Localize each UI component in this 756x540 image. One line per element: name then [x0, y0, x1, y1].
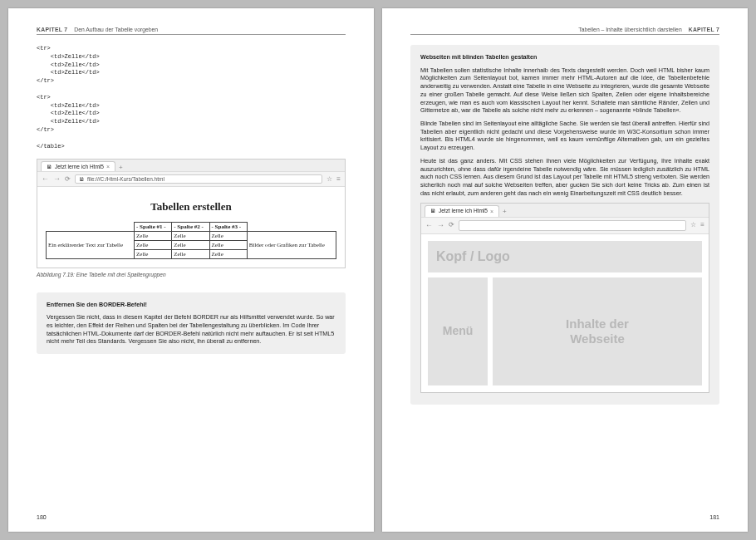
chapter-label: Kapitel 7: [37, 27, 67, 32]
table-cell: Zelle: [172, 232, 209, 241]
tab-label: Jetzt lerne ich Html5: [439, 208, 488, 215]
document-icon: 🗎: [47, 164, 52, 169]
figure-caption: Abbildung 7.19: Eine Tabelle mit drei Sp…: [37, 272, 346, 277]
browser-tabstrip: 🗎 Jetzt lerne ich Html5 × +: [37, 160, 345, 171]
browser-mock-1: 🗎 Jetzt lerne ich Html5 × + ← → ⟳ 🗎 file…: [37, 159, 346, 268]
table-header: - Spalte #3 -: [209, 223, 247, 232]
address-bar[interactable]: 🗎 file:///C:/Html-Kurs/Tabellen.html: [75, 174, 322, 184]
article-paragraph: Heute ist das ganz anders. Mit CSS stehe…: [420, 157, 709, 198]
page-left: Kapitel 7 Den Aufbau der Tabelle vorgebe…: [8, 8, 374, 532]
table-cell: Zelle: [172, 241, 209, 250]
address-bar[interactable]: [459, 220, 686, 231]
article-paragraph: Mit Tabellen sollen statistische Inhalte…: [420, 66, 709, 115]
forward-button[interactable]: →: [437, 222, 444, 229]
page-right: Tabellen – Inhalte übersichtlich darstel…: [382, 8, 748, 532]
table-cell: Zelle: [172, 250, 209, 259]
wireframe-header: Kopf / Logo: [428, 241, 702, 272]
wireframe-content-line: Inhalte der: [566, 317, 629, 331]
code-listing: <tr> <td>Zelle</td> <td>Zelle</td> <td>Z…: [37, 45, 346, 150]
table-cell: Zelle: [209, 241, 247, 250]
page-number: 181: [709, 514, 719, 520]
new-tab-button[interactable]: +: [499, 208, 510, 217]
wireframe-menu: Menü: [428, 277, 488, 385]
article-paragraph: Blinde Tabellen sind im Seitenlayout ein…: [420, 120, 709, 152]
table-cell: Zelle: [209, 232, 247, 241]
menu-icon[interactable]: ≡: [336, 175, 341, 183]
chapter-subtitle: Tabellen – Inhalte übersichtlich darstel…: [578, 27, 681, 32]
back-button[interactable]: ←: [42, 175, 49, 183]
browser-viewport: Tabellen erstellen - Spalte #1 - - Spalt…: [37, 187, 345, 268]
url-text: file:///C:/Html-Kurs/Tabellen.html: [87, 176, 164, 182]
document-icon: 🗎: [79, 176, 85, 182]
table-header: - Spalte #2 -: [172, 223, 209, 232]
book-spread: Kapitel 7 Den Aufbau der Tabelle vorgebe…: [0, 0, 756, 540]
page-heading: Tabellen erstellen: [46, 200, 336, 214]
tip-body: Vergessen Sie nicht, dass in diesem Kapi…: [47, 313, 336, 346]
sample-table: - Spalte #1 - - Spalte #2 - - Spalte #3 …: [46, 222, 336, 259]
chapter-subtitle: Den Aufbau der Tabelle vorgeben: [74, 27, 158, 32]
new-tab-button[interactable]: +: [115, 164, 126, 171]
wireframe-viewport: Kopf / Logo Menü Inhalte der Webseite: [421, 234, 709, 392]
close-icon[interactable]: ×: [490, 208, 493, 215]
browser-toolbar: ← → ⟳ 🗎 file:///C:/Html-Kurs/Tabellen.ht…: [37, 171, 345, 187]
table-cell: [47, 223, 135, 232]
tip-title: Entfernen Sie den BORDER-Befehl!: [47, 301, 336, 309]
table-cell: [247, 223, 336, 232]
running-head-left: Kapitel 7 Den Aufbau der Tabelle vorgebe…: [37, 27, 346, 35]
document-icon: 🗎: [430, 208, 436, 215]
browser-tab[interactable]: 🗎 Jetzt lerne ich Html5 ×: [425, 205, 499, 217]
article-box: Webseiten mit blinden Tabellen gestalten…: [410, 45, 719, 405]
browser-mock-2: 🗎 Jetzt lerne ich Html5 × + ← → ⟳ ☆ ≡ Ko…: [420, 203, 709, 393]
wireframe-content-line: Webseite: [570, 331, 625, 346]
star-icon[interactable]: ☆: [326, 175, 332, 183]
back-button[interactable]: ←: [425, 222, 433, 229]
tab-label: Jetzt lerne ich Html5: [55, 164, 104, 169]
page-number: 180: [37, 514, 47, 520]
reload-button[interactable]: ⟳: [449, 221, 454, 230]
menu-icon[interactable]: ≡: [700, 221, 704, 230]
table-cell: Zelle: [209, 250, 247, 259]
table-cell: Bilder oder Grafiken zur Tabelle: [247, 232, 336, 259]
table-cell: Zelle: [135, 250, 172, 259]
wireframe-content: Inhalte der Webseite: [493, 277, 702, 385]
browser-toolbar: ← → ⟳ ☆ ≡: [421, 217, 709, 234]
chapter-label: Kapitel 7: [689, 27, 719, 32]
running-head-right: Tabellen – Inhalte übersichtlich darstel…: [410, 27, 719, 35]
close-icon[interactable]: ×: [106, 164, 110, 169]
browser-tabstrip: 🗎 Jetzt lerne ich Html5 × +: [421, 204, 709, 217]
table-cell: Zelle: [135, 232, 172, 241]
table-header: - Spalte #1 -: [135, 223, 172, 232]
tip-box: Entfernen Sie den BORDER-Befehl! Vergess…: [37, 292, 346, 354]
browser-tab[interactable]: 🗎 Jetzt lerne ich Html5 ×: [41, 161, 115, 171]
table-cell: Ein erklärender Text zur Tabelle: [47, 232, 135, 259]
table-cell: Zelle: [135, 241, 172, 250]
reload-button[interactable]: ⟳: [65, 175, 71, 183]
forward-button[interactable]: →: [53, 175, 61, 183]
article-title: Webseiten mit blinden Tabellen gestalten: [420, 53, 709, 61]
star-icon[interactable]: ☆: [690, 221, 696, 230]
